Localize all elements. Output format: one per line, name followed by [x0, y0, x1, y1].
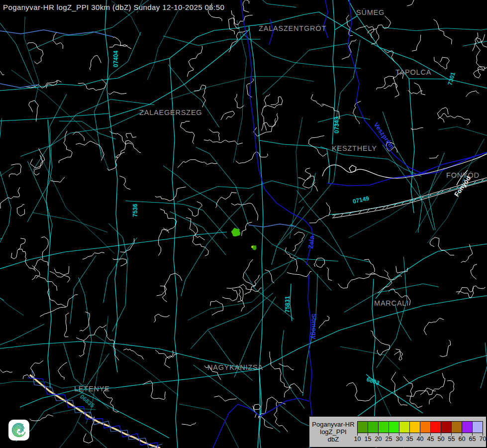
colorbar-tick-label: 15 [363, 436, 373, 443]
legend-product: Poganyvar-HR [309, 421, 357, 428]
colorbar-swatch [378, 421, 389, 433]
road-label-75831: 75831 [284, 296, 291, 313]
legend-text-block: Poganyvar-HR logZ_PPI dbZ [309, 421, 357, 443]
colorbar-swatch [420, 421, 431, 433]
colorbar-tick-labels: 10152025303540455055606570 [357, 436, 483, 443]
colorbar-swatch [441, 421, 452, 433]
road-label-7536: 7536 [132, 204, 139, 217]
colorbar-swatch [451, 421, 462, 433]
city-label-nagykanizsa: NAGYKANIZSA [207, 363, 263, 371]
city-label-fony-d: FONYÓD [446, 171, 480, 179]
colorbar-tick-label: 40 [415, 436, 425, 443]
colorbar-tick-label: 35 [404, 436, 415, 443]
road-label-07343: 07343 [333, 116, 340, 133]
colorbar-tick-label: 60 [457, 436, 467, 443]
colorbar-tick-label: 10 [352, 436, 363, 443]
colorbar-scale: 10152025303540455055606570 [357, 421, 483, 444]
colorbar-tick-label: 25 [384, 436, 394, 443]
colorbar-swatch [368, 421, 379, 433]
colorbar-tick-label: 70 [478, 436, 487, 443]
colorbar-swatch [399, 421, 410, 433]
city-label-zalaegerszeg: ZALAEGERSZEG [139, 109, 202, 116]
water-label-zala: Zala [307, 235, 315, 249]
radar-map-image: SÜMEGZALASZENTGRÓTTAPOLCAZALAEGERSZEGKES… [0, 0, 487, 448]
colorbar-swatches [357, 421, 483, 433]
city-label-letenye: LETENYE [74, 385, 110, 393]
legend-field: logZ_PPI [309, 428, 357, 436]
city-label-s-meg: SÜMEG [356, 8, 385, 16]
colorbar-legend: Poganyvar-HR logZ_PPI dbZ 10152025303540… [309, 416, 487, 448]
radar-viewer: SÜMEGZALASZENTGRÓTTAPOLCAZALAEGERSZEGKES… [0, 0, 487, 448]
colorbar-tick-label: 20 [373, 436, 384, 443]
colorbar-swatch [409, 421, 420, 433]
colorbar-tick-label: 50 [436, 436, 446, 443]
colorbar-swatch [389, 421, 399, 433]
colorbar-swatch [472, 421, 483, 433]
colorbar-tick-label: 65 [467, 436, 478, 443]
city-label-tapolca: TAPOLCA [395, 68, 431, 76]
colorbar-tick-label: 55 [446, 436, 457, 443]
city-label-zalaszentgr-t: ZALASZENTGRÓT [259, 24, 326, 32]
radar-title: Poganyvar-HR logZ_PPI 30km (dbZ) Sunday … [3, 3, 224, 11]
city-label-marcali: MARCALI [374, 299, 409, 307]
app-logo[interactable] [8, 420, 29, 441]
road-label-07404: 07404 [112, 50, 119, 67]
colorbar-tick-label: 45 [425, 436, 436, 443]
water-label-somogy: Somogy [310, 314, 318, 339]
colorbar-swatch [430, 421, 441, 433]
city-label-keszthely: KESZTHELY [332, 144, 377, 152]
colorbar-swatch [357, 421, 368, 433]
legend-unit: dbZ [309, 436, 357, 443]
cyclone-spiral-icon [10, 422, 27, 439]
colorbar-tick-label: 30 [394, 436, 404, 443]
colorbar-swatch [462, 421, 473, 433]
